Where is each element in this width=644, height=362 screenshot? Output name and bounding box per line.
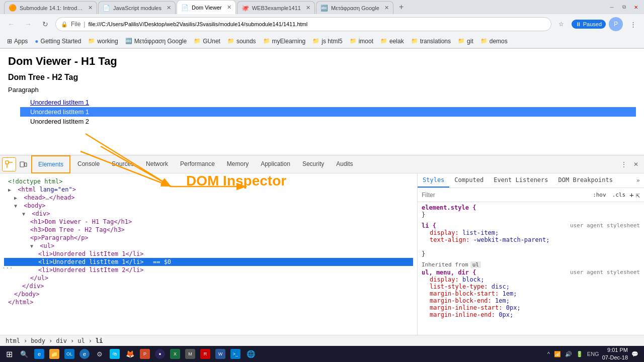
taskbar-app-chrome[interactable]: 🌐 — [244, 347, 258, 361]
devtools-tab-performance[interactable]: Performance — [174, 155, 221, 173]
styles-filter-input[interactable] — [422, 192, 589, 199]
tab-close-0[interactable]: ✕ — [88, 5, 93, 11]
dom-head-ellipsis[interactable]: … — [46, 194, 49, 201]
tray-icon-expand[interactable]: ^ — [546, 351, 551, 357]
bookmark-jshtml5[interactable]: 📁 js html5 — [309, 37, 345, 46]
hover-state-button[interactable]: :hov — [591, 191, 608, 199]
taskbar-search-button[interactable]: 🔍 — [17, 347, 31, 361]
breadcrumb-li[interactable]: li — [94, 337, 104, 345]
browser-menu-button[interactable]: ⋮ — [626, 17, 640, 31]
breadcrumb-html[interactable]: html — [4, 337, 22, 345]
tab-close-2[interactable]: ✕ — [227, 4, 231, 11]
taskbar-app-misc2[interactable]: R — [198, 347, 212, 361]
reload-button[interactable]: ↻ — [38, 17, 52, 31]
tray-icon-battery[interactable]: 🔋 — [575, 351, 584, 357]
taskbar-app-edge[interactable]: e — [32, 347, 46, 361]
bookmark-gunet[interactable]: 📁 GUnet — [191, 37, 223, 46]
taskbar-app-excel[interactable]: X — [168, 347, 182, 361]
bookmark-myelearning[interactable]: 📁 myElearning — [260, 37, 309, 46]
taskbar-app-vscode[interactable]: >_ — [228, 347, 243, 361]
tray-datetime[interactable]: 9:01 PM 07-Dec-18 — [602, 346, 628, 362]
bookmark-demos[interactable]: 📁 demos — [477, 37, 511, 46]
close-button[interactable]: ✕ — [632, 3, 640, 11]
inspect-element-button[interactable] — [2, 157, 16, 171]
styles-tab-dombreakpoints[interactable]: DOM Breakpoints — [553, 173, 618, 188]
devtools-tab-elements[interactable]: Elements — [31, 155, 70, 173]
expand-styles-button[interactable]: ⇱ — [636, 191, 640, 199]
devtools-tab-console[interactable]: Console — [71, 155, 106, 173]
bookmark-getting-started[interactable]: ● Getting Started — [32, 37, 84, 46]
dom-three-dots[interactable]: ... — [2, 263, 13, 270]
dom-line-body[interactable]: ▼ <body> — [4, 202, 413, 210]
start-button[interactable]: ⊞ — [2, 347, 16, 361]
taskbar-app-eclipse[interactable]: ● — [153, 347, 167, 361]
dom-line-li2[interactable]: <li>Unordered listItem 1</li> == $0 — [4, 258, 413, 266]
tab-translate[interactable]: 🔤 Μετάφραση Google ✕ — [316, 1, 393, 14]
breadcrumb-div[interactable]: div — [54, 337, 68, 345]
class-button[interactable]: .cls — [610, 191, 628, 199]
taskbar-app-settings[interactable]: ⚙ — [93, 347, 107, 361]
tab-domviewer[interactable]: 📄 Dom Viewer ✕ — [177, 0, 236, 14]
list-link-1[interactable]: Unordered listItem 1 — [30, 108, 89, 116]
device-toolbar-button[interactable] — [16, 157, 30, 171]
list-link-0[interactable]: Unordered listItem 1 — [30, 99, 89, 106]
taskbar-app-ie[interactable]: e — [77, 347, 92, 361]
new-tab-button[interactable]: + — [394, 0, 409, 14]
dom-line-head[interactable]: ▶ <head>…</head> — [4, 194, 413, 202]
devtools-tab-audits[interactable]: Audits — [330, 155, 359, 173]
devtools-tab-security[interactable]: Security — [296, 155, 330, 173]
forward-button[interactable]: → — [21, 17, 35, 31]
taskbar-app-store[interactable]: 🛍 — [108, 347, 122, 361]
tab-jsmodules[interactable]: 📄 JavaScript modules ✕ — [98, 1, 176, 14]
tab-close-3[interactable]: ✕ — [306, 5, 310, 11]
bookmark-imoot[interactable]: 📁 imoot — [347, 37, 376, 46]
bookmark-eelak[interactable]: 📁 eelak — [377, 37, 407, 46]
user-avatar[interactable]: P — [609, 17, 623, 31]
bookmark-git[interactable]: 📁 git — [455, 37, 476, 46]
devtools-tab-application[interactable]: Application — [255, 155, 296, 173]
taskbar-app-files[interactable]: 📁 — [47, 347, 61, 361]
bookmark-apps[interactable]: ⊞ Apps — [4, 37, 31, 46]
bookmark-button[interactable]: ☆ — [554, 17, 569, 31]
styles-tab-computed[interactable]: Computed — [449, 173, 489, 188]
devtools-more-button[interactable]: ⋮ — [618, 158, 630, 170]
styles-more-button[interactable]: » — [632, 173, 644, 188]
bookmark-translations[interactable]: 📁 translations — [408, 37, 454, 46]
taskbar-app-firefox[interactable]: 🦊 — [123, 347, 137, 361]
tray-icon-network[interactable]: 📶 — [553, 351, 562, 357]
bookmark-working[interactable]: 📁 working — [85, 37, 121, 46]
dom-arrow-html[interactable]: ▶ — [8, 187, 14, 193]
dom-line-html[interactable]: ▶ <html lang="en"> — [4, 186, 413, 194]
dom-line-li3[interactable]: <li>Unordered listItem 2</li> — [4, 266, 413, 274]
dom-arrow-head[interactable]: ▶ — [14, 195, 20, 201]
bookmark-sounds[interactable]: 📁 sounds — [224, 37, 259, 46]
tab-submodule[interactable]: 🟠 Submodule 14.1: Introduction... ✕ — [4, 1, 97, 14]
dom-arrow-div[interactable]: ▼ — [22, 211, 28, 217]
devtools-close-button[interactable]: ✕ — [630, 158, 642, 170]
restore-button[interactable]: ⧉ — [620, 3, 628, 11]
minimize-button[interactable]: ─ — [608, 3, 616, 11]
add-style-rule-button[interactable]: + — [629, 191, 633, 199]
taskbar-app-outlook[interactable]: OL — [62, 347, 76, 361]
devtools-tab-sources[interactable]: Sources — [106, 155, 140, 173]
breadcrumb-body[interactable]: body — [29, 337, 47, 345]
devtools-tab-memory[interactable]: Memory — [221, 155, 255, 173]
notification-button[interactable]: 💬 — [630, 349, 640, 359]
breadcrumb-ul[interactable]: ul — [76, 337, 86, 345]
dom-line-p[interactable]: <p>Paragraph</p> — [4, 234, 413, 242]
dom-line-div[interactable]: ▼ <div> — [4, 210, 413, 218]
dom-line-li1[interactable]: <li>Unordered listItem 1</li> — [4, 250, 413, 258]
devtools-tab-network[interactable]: Network — [140, 155, 174, 173]
tab-close-4[interactable]: ✕ — [384, 5, 389, 11]
dom-line-h1[interactable]: <h1>Dom Viewer - H1 Tag</h1> — [4, 218, 413, 226]
styles-tab-eventlisteners[interactable]: Event Listeners — [489, 173, 553, 188]
taskbar-app-misc1[interactable]: M — [183, 347, 197, 361]
bookmark-translate[interactable]: 🔤 Μετάφραση Google — [122, 37, 190, 46]
tab-close-1[interactable]: ✕ — [167, 5, 171, 11]
taskbar-app-powerpoint[interactable]: P — [138, 347, 152, 361]
styles-tab-styles[interactable]: Styles — [418, 173, 449, 188]
tray-icon-lang[interactable]: ENG — [586, 351, 600, 357]
url-bar[interactable]: 🔒 File | file:///C:/Users/PalilisV/Deskt… — [55, 17, 551, 31]
taskbar-app-word[interactable]: W — [213, 347, 227, 361]
back-button[interactable]: ← — [4, 17, 18, 31]
